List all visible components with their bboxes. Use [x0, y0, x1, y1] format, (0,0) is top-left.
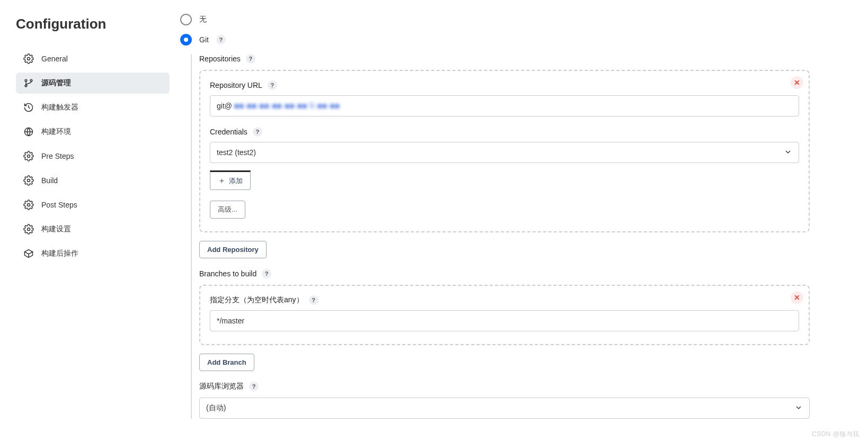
sidebar-item-presteps[interactable]: Pre Steps [16, 146, 170, 167]
help-icon[interactable]: ? [262, 269, 271, 278]
gear-icon [23, 200, 34, 210]
branches-to-build-label: Branches to build [199, 269, 256, 278]
credentials-label: Credentials [210, 128, 247, 136]
repository-url-prefix: git@ [217, 102, 232, 110]
sidebar-item-poststeps[interactable]: Post Steps [16, 194, 170, 215]
add-branch-button[interactable]: Add Branch [199, 354, 254, 371]
add-repository-button[interactable]: Add Repository [199, 241, 267, 258]
svg-point-8 [28, 228, 30, 231]
sidebar-item-buildsettings[interactable]: 构建设置 [16, 219, 170, 240]
remove-repository-button[interactable]: ✕ [791, 76, 803, 89]
globe-icon [23, 127, 34, 137]
repo-browser-label: 源码库浏览器 [199, 382, 244, 391]
branch-specifier-label: 指定分支（为空时代表any） [210, 295, 304, 305]
scm-option-git[interactable]: Git ? [180, 34, 810, 46]
svg-point-6 [28, 179, 30, 182]
sidebar-item-label: Build [41, 176, 58, 185]
credentials-selected-value: test2 (test2) [217, 148, 256, 157]
gear-icon [23, 175, 34, 186]
remove-branch-button[interactable]: ✕ [791, 291, 803, 304]
repository-block: ✕ Repository URL ? git@ ■■ ■■ ■■ ■■ ■■ ■… [199, 70, 810, 232]
sidebar-item-label: Pre Steps [41, 152, 74, 160]
branch-icon [23, 78, 34, 88]
radio-icon [180, 14, 192, 25]
repository-url-input[interactable]: git@ ■■ ■■ ■■ ■■ ■■ ■■ fi ■■ ■■ [210, 95, 799, 116]
svg-point-7 [28, 204, 30, 206]
sidebar-item-general[interactable]: General [16, 48, 170, 69]
sidebar-item-environment[interactable]: 构建环境 [16, 121, 170, 142]
watermark: CSDN @猫与我 [812, 430, 860, 439]
help-icon[interactable]: ? [216, 35, 226, 44]
sidebar-item-postbuild[interactable]: 构建后操作 [16, 243, 170, 264]
chevron-down-icon [784, 148, 792, 158]
scm-option-none[interactable]: 无 [180, 14, 810, 25]
radio-selected-icon [180, 34, 192, 46]
sidebar-item-label: 源码管理 [41, 78, 71, 88]
sidebar-item-label: 构建环境 [41, 127, 71, 137]
sidebar-item-triggers[interactable]: 构建触发器 [16, 97, 170, 118]
gear-icon [23, 151, 34, 161]
help-icon[interactable]: ? [246, 54, 255, 64]
branch-block: ✕ 指定分支（为空时代表any） ? [199, 285, 810, 345]
sidebar-item-label: General [41, 55, 68, 63]
add-credential-button[interactable]: ＋ 添加 [210, 170, 251, 190]
sidebar-item-label: 构建触发器 [41, 103, 78, 112]
repo-browser-selected-value: (自动) [206, 403, 226, 413]
add-credential-label: 添加 [229, 176, 243, 186]
repository-url-redacted: ■■ ■■ ■■ ■■ ■■ ■■ fi ■■ ■■ [234, 102, 340, 110]
sidebar-item-build[interactable]: Build [16, 170, 170, 191]
svg-point-0 [28, 58, 30, 60]
help-icon[interactable]: ? [253, 127, 262, 137]
sidebar-item-scm[interactable]: 源码管理 [16, 73, 170, 94]
help-icon[interactable]: ? [249, 382, 259, 391]
sidebar-item-label: 构建后操作 [41, 249, 78, 258]
credentials-select[interactable]: test2 (test2) [210, 142, 799, 163]
sidebar-item-label: Post Steps [41, 201, 77, 209]
gear-icon [23, 224, 34, 234]
chevron-down-icon [794, 403, 803, 413]
svg-point-1 [25, 79, 27, 82]
page-title: Configuration [16, 16, 170, 32]
plus-icon: ＋ [218, 176, 226, 186]
scm-git-label: Git [199, 35, 209, 44]
advanced-button[interactable]: 高级... [210, 201, 245, 219]
help-icon[interactable]: ? [309, 295, 318, 305]
help-icon[interactable]: ? [268, 80, 277, 90]
svg-point-5 [28, 155, 30, 158]
package-icon [23, 248, 34, 259]
repositories-label: Repositories [199, 55, 241, 63]
repo-browser-select[interactable]: (自动) [199, 398, 810, 419]
scm-none-label: 无 [199, 15, 207, 24]
history-icon [23, 102, 34, 113]
repository-url-label: Repository URL [210, 81, 262, 89]
gear-icon [23, 53, 34, 64]
svg-point-3 [30, 79, 32, 82]
branch-specifier-input[interactable] [210, 310, 799, 331]
sidebar-item-label: 构建设置 [41, 224, 71, 234]
